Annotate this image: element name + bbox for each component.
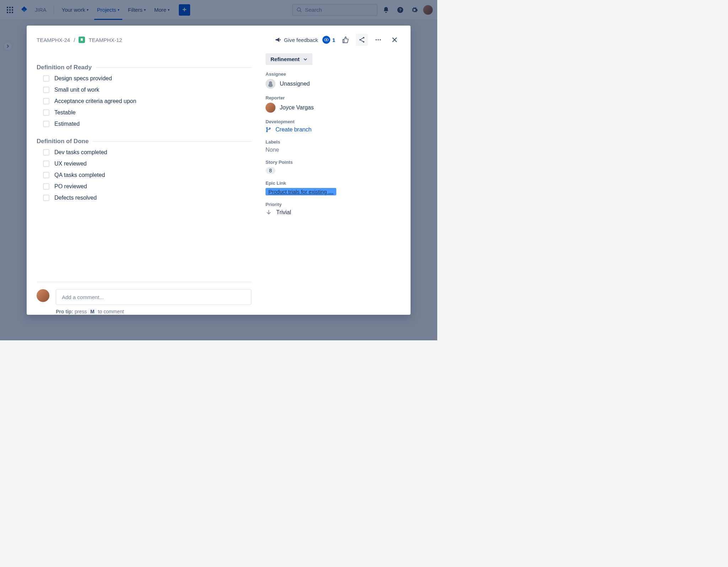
- branch-icon: [266, 127, 271, 133]
- watch-count: 1: [332, 37, 335, 43]
- svg-point-19: [378, 39, 379, 40]
- checklist-label: Testable: [54, 109, 76, 116]
- checklist-item[interactable]: Acceptance criteria agreed upon: [43, 98, 251, 104]
- checklist-label: Estimated: [54, 121, 80, 127]
- labels-value: None: [266, 147, 401, 153]
- status-label: Refinement: [271, 56, 300, 62]
- breadcrumb-parent[interactable]: TEAMPHX-24: [37, 37, 70, 43]
- protip-prefix: Pro tip:: [56, 309, 73, 314]
- comment-input[interactable]: [56, 289, 251, 305]
- create-branch-label: Create branch: [275, 126, 311, 133]
- svg-point-21: [266, 128, 267, 129]
- checklist-label: Defects resolved: [54, 195, 97, 201]
- field-label: Epic Link: [266, 180, 401, 186]
- divider: [37, 282, 251, 282]
- checklist-item[interactable]: Design specs provided: [43, 75, 251, 82]
- assignee-value: Unassigned: [280, 81, 310, 87]
- field-assignee[interactable]: Assignee Unassigned: [266, 71, 401, 89]
- checkbox[interactable]: [43, 172, 49, 178]
- svg-point-14: [326, 39, 327, 40]
- section-definition-of-ready: Definition of Ready: [37, 64, 251, 71]
- checklist-item[interactable]: Estimated: [43, 121, 251, 127]
- checklist-item[interactable]: PO reviewed: [43, 183, 251, 190]
- dialog-header: TEAMPHX-24 / TEAMPHX-12 Give feedback 1: [27, 26, 411, 47]
- reporter-avatar: [266, 103, 275, 113]
- vote-button[interactable]: [339, 34, 352, 46]
- share-button[interactable]: [356, 34, 368, 46]
- field-label: Story Points: [266, 160, 401, 165]
- feedback-label: Give feedback: [284, 37, 318, 43]
- megaphone-icon: [275, 37, 281, 43]
- priority-value: Trivial: [276, 209, 291, 216]
- checklist-item[interactable]: QA tasks completed: [43, 172, 251, 178]
- section-title: Definition of Done: [37, 138, 89, 145]
- create-branch-link[interactable]: Create branch: [266, 126, 401, 133]
- more-actions-button[interactable]: [372, 34, 384, 46]
- checklist-item[interactable]: Testable: [43, 109, 251, 116]
- svg-point-23: [269, 128, 270, 129]
- checklist-label: Small unit of work: [54, 87, 99, 93]
- priority-trivial-icon: [266, 209, 272, 216]
- status-dropdown[interactable]: Refinement: [266, 53, 312, 65]
- checkbox[interactable]: [43, 87, 49, 93]
- svg-point-18: [376, 39, 377, 40]
- issue-dialog: TEAMPHX-24 / TEAMPHX-12 Give feedback 1: [27, 26, 411, 315]
- field-labels[interactable]: Labels None: [266, 139, 401, 153]
- breadcrumb: TEAMPHX-24 / TEAMPHX-12: [37, 37, 122, 43]
- checklist-label: PO reviewed: [54, 183, 87, 190]
- field-label: Development: [266, 119, 401, 124]
- section-title: Definition of Ready: [37, 64, 92, 71]
- checklist-item[interactable]: Defects resolved: [43, 195, 251, 201]
- checklist-label: UX reviewed: [54, 161, 87, 167]
- issue-content: Definition of Ready Design specs provide…: [37, 53, 251, 315]
- comment-protip: Pro tip: press M to comment: [56, 308, 251, 315]
- story-icon: [79, 37, 85, 43]
- checkbox[interactable]: [43, 149, 49, 156]
- field-priority[interactable]: Priority Trivial: [266, 202, 401, 216]
- protip-text: press: [75, 309, 87, 314]
- current-user-avatar: [37, 289, 49, 302]
- checklist-item[interactable]: Small unit of work: [43, 87, 251, 93]
- checklist-label: Dev tasks completed: [54, 149, 107, 156]
- checklist-item[interactable]: Dev tasks completed: [43, 149, 251, 156]
- watch-button[interactable]: 1: [322, 36, 335, 44]
- story-points-value: 8: [266, 167, 275, 174]
- field-epic-link[interactable]: Epic Link Product trials for existing …: [266, 180, 401, 195]
- unassigned-avatar-icon: [266, 79, 275, 89]
- give-feedback-button[interactable]: Give feedback: [275, 37, 318, 43]
- protip-text: to comment: [98, 309, 124, 314]
- eye-icon: [322, 36, 330, 44]
- protip-key: M: [88, 308, 97, 315]
- field-label: Priority: [266, 202, 401, 207]
- svg-point-22: [266, 131, 267, 132]
- checklist-label: Acceptance criteria agreed upon: [54, 98, 136, 104]
- field-reporter[interactable]: Reporter Joyce Vargas: [266, 95, 401, 113]
- field-story-points[interactable]: Story Points 8: [266, 160, 401, 174]
- breadcrumb-separator: /: [74, 37, 75, 43]
- reporter-value: Joyce Vargas: [280, 104, 314, 111]
- checklist-label: Design specs provided: [54, 75, 112, 82]
- field-label: Labels: [266, 139, 401, 145]
- chevron-down-icon: [303, 57, 307, 61]
- epic-link-badge[interactable]: Product trials for existing …: [266, 188, 336, 195]
- checklist-item[interactable]: UX reviewed: [43, 161, 251, 167]
- breadcrumb-current[interactable]: TEAMPHX-12: [89, 37, 122, 43]
- svg-point-20: [380, 39, 381, 40]
- checkbox[interactable]: [43, 98, 49, 104]
- issue-sidebar: Refinement Assignee Unassigned Reporter …: [266, 53, 401, 315]
- checkbox[interactable]: [43, 109, 49, 116]
- ready-checklist: Design specs provided Small unit of work…: [37, 75, 251, 127]
- field-label: Reporter: [266, 95, 401, 101]
- checkbox[interactable]: [43, 195, 49, 201]
- comment-section: Pro tip: press M to comment: [37, 275, 251, 315]
- checkbox[interactable]: [43, 75, 49, 82]
- field-label: Assignee: [266, 71, 401, 77]
- checkbox[interactable]: [43, 121, 49, 127]
- checkbox[interactable]: [43, 183, 49, 190]
- done-checklist: Dev tasks completed UX reviewed QA tasks…: [37, 149, 251, 201]
- checkbox[interactable]: [43, 161, 49, 167]
- checklist-label: QA tasks completed: [54, 172, 105, 178]
- field-development: Development Create branch: [266, 119, 401, 133]
- close-button[interactable]: [389, 34, 401, 46]
- section-definition-of-done: Definition of Done: [37, 138, 251, 145]
